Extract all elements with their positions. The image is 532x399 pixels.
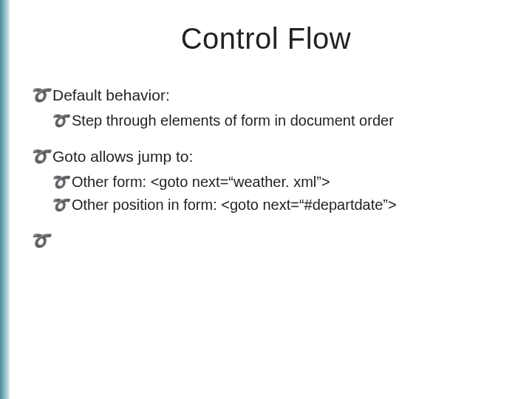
bullet-level1: ➰ Goto allows jump to: [30, 145, 502, 168]
bullet-text: Default behavior: [52, 84, 170, 106]
bullet-icon: ➰ [30, 229, 50, 253]
bullet-icon: ➰ [50, 110, 69, 132]
bullet-icon: ➰ [30, 83, 50, 107]
slide-title: Control Flow [30, 22, 502, 55]
bullet-text: Step through elements of form in documen… [72, 110, 394, 132]
bullet-text: Other form: <goto next=“weather. xml”> [72, 171, 330, 193]
bullet-level1-empty: ➰ [30, 229, 502, 253]
bullet-text: Other position in form: <goto next=“#dep… [72, 194, 397, 216]
bullet-icon: ➰ [50, 194, 69, 216]
bullet-level2: ➰ Other position in form: <goto next=“#d… [50, 194, 502, 216]
bullet-icon: ➰ [30, 145, 50, 168]
slide-content: Control Flow ➰ Default behavior: ➰ Step … [0, 0, 532, 399]
bullet-icon: ➰ [50, 171, 69, 193]
bullet-text: Goto allows jump to: [52, 146, 193, 168]
bullet-level2: ➰ Step through elements of form in docum… [50, 110, 502, 132]
bullet-level1: ➰ Default behavior: [30, 83, 502, 107]
bullet-level2: ➰ Other form: <goto next=“weather. xml”> [50, 171, 502, 193]
